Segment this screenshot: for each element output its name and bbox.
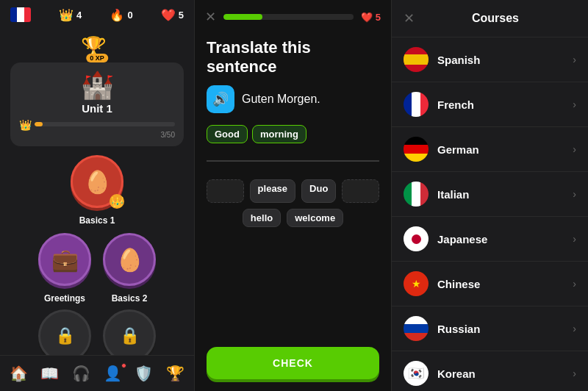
selected-words-area: Good morning bbox=[207, 125, 379, 162]
heart-icon: ❤️ bbox=[161, 8, 176, 22]
language-flag-icon[interactable] bbox=[10, 7, 31, 22]
courses-list: Spanish › French › German › Italian › bbox=[392, 37, 588, 391]
nav-headphones[interactable]: 🎧 bbox=[66, 362, 96, 385]
flag-spanish bbox=[404, 47, 429, 72]
chevron-italian-icon: › bbox=[573, 188, 576, 200]
basics1-circle[interactable]: 🥚 👑 bbox=[71, 155, 123, 208]
flag-french bbox=[404, 92, 429, 117]
course-item-korean[interactable]: 🇰🇷 Korean › bbox=[392, 351, 588, 391]
translate-close-button[interactable]: ✕ bbox=[205, 9, 216, 25]
courses-header: ✕ Courses bbox=[392, 0, 588, 37]
unit-progress-bar bbox=[35, 122, 175, 126]
unit-progress-row: 👑 bbox=[19, 119, 175, 131]
home-scroll-area: 🏆 0 XP 🏰 Unit 1 👑 3/50 🥚 👑 Basics 1 bbox=[0, 29, 194, 355]
unit-castle-icon: 🏰 bbox=[81, 70, 114, 101]
chevron-japanese-icon: › bbox=[573, 233, 576, 245]
translate-panel: ✕ ❤️ 5 Translate this sentence 🔊 Guten M… bbox=[195, 0, 392, 391]
course-name-german: German bbox=[437, 143, 573, 156]
locked-row: 🔒 🔒 bbox=[38, 309, 156, 355]
greetings-label: Greetings bbox=[44, 293, 85, 304]
course-item-german[interactable]: German › bbox=[392, 127, 588, 172]
flag-russian bbox=[404, 316, 429, 341]
hearts-stat: ❤️ 5 bbox=[161, 8, 184, 22]
course-item-italian[interactable]: Italian › bbox=[392, 172, 588, 217]
unit-progress-text: 3/50 bbox=[161, 131, 175, 139]
unit-progress-fill bbox=[35, 122, 43, 126]
answer-row-2: hello welcome bbox=[207, 209, 379, 227]
xp-badge: 0 XP bbox=[86, 54, 108, 62]
lesson-item-locked2: 🔒 bbox=[103, 309, 156, 355]
flag-korean: 🇰🇷 bbox=[404, 361, 429, 386]
basics1-icon: 🥚 bbox=[84, 169, 111, 195]
basics2-label: Basics 2 bbox=[112, 293, 148, 304]
chevron-korean-icon: › bbox=[573, 367, 576, 379]
audio-play-button[interactable]: 🔊 bbox=[207, 85, 234, 113]
fire-stat: 🔥 0 bbox=[110, 8, 132, 22]
locked2-icon: 🔒 bbox=[120, 326, 140, 345]
locked1-circle: 🔒 bbox=[38, 309, 91, 355]
basics2-circle[interactable]: 🥚 bbox=[103, 233, 156, 286]
word-chip-welcome[interactable]: welcome bbox=[287, 209, 343, 227]
greetings-icon: 💼 bbox=[51, 247, 79, 273]
top-bar: 👑 4 🔥 0 ❤️ 5 bbox=[0, 0, 194, 29]
course-name-french: French bbox=[437, 98, 573, 111]
check-button[interactable]: CHECK bbox=[207, 347, 379, 379]
nav-shield[interactable]: 🛡️ bbox=[129, 362, 159, 385]
flag-chinese: ★ bbox=[404, 271, 429, 296]
lesson-item-basics1[interactable]: 🥚 👑 Basics 1 bbox=[71, 155, 123, 226]
nav-profile[interactable]: 👤 bbox=[98, 362, 128, 385]
greetings-circle[interactable]: 💼 bbox=[38, 233, 91, 286]
translate-progress-bar bbox=[223, 14, 354, 20]
course-item-japanese[interactable]: Japanese › bbox=[392, 217, 588, 262]
answer-row-1: please Duo bbox=[207, 179, 379, 203]
available-words-area: please Duo hello welcome bbox=[195, 173, 391, 341]
translate-title: Translate this sentence bbox=[195, 31, 391, 85]
bottom-nav: 🏠 📖 🎧 👤 🛡️ 🏆 bbox=[0, 355, 194, 391]
course-item-spanish[interactable]: Spanish › bbox=[392, 37, 588, 82]
basics1-crown: 👑 bbox=[110, 194, 124, 209]
chevron-spanish-icon: › bbox=[573, 54, 576, 65]
xp-trophy: 🏆 0 XP bbox=[81, 35, 113, 60]
course-name-spanish: Spanish bbox=[437, 54, 573, 66]
chevron-german-icon: › bbox=[573, 143, 576, 155]
home-panel: 👑 4 🔥 0 ❤️ 5 🏆 0 XP 🏰 Unit 1 👑 bbox=[0, 0, 195, 391]
courses-close-button[interactable]: ✕ bbox=[404, 10, 415, 26]
translate-heart-icon: ❤️ bbox=[361, 12, 373, 23]
audio-phrase-row: 🔊 Guten Morgen. bbox=[195, 85, 391, 125]
course-item-russian[interactable]: Russian › bbox=[392, 306, 588, 351]
flag-german bbox=[404, 137, 429, 162]
translate-progress-fill bbox=[223, 14, 262, 20]
word-chip-hello[interactable]: hello bbox=[243, 209, 281, 227]
course-name-chinese: Chinese bbox=[437, 278, 573, 290]
word-chip-please[interactable]: please bbox=[250, 179, 295, 203]
word-chip-duo[interactable]: Duo bbox=[301, 179, 336, 203]
nav-notification-dot bbox=[121, 363, 126, 368]
flag-japanese bbox=[404, 226, 429, 251]
flag-italian bbox=[404, 182, 429, 207]
word-chip-empty-1[interactable] bbox=[207, 179, 244, 203]
nav-home[interactable]: 🏠 bbox=[4, 362, 34, 385]
unit-crown-icon: 👑 bbox=[19, 119, 32, 131]
word-chip-empty-2[interactable] bbox=[342, 179, 379, 203]
course-name-korean: Korean bbox=[437, 367, 573, 380]
selected-word-good[interactable]: Good bbox=[207, 125, 248, 143]
lesson-item-basics2[interactable]: 🥚 Basics 2 bbox=[103, 233, 156, 304]
lesson-item-greetings[interactable]: 💼 Greetings bbox=[38, 233, 91, 304]
selected-word-morning[interactable]: morning bbox=[252, 125, 306, 143]
nav-trophy[interactable]: 🏆 bbox=[160, 362, 190, 385]
locked2-circle: 🔒 bbox=[103, 309, 156, 355]
crown-icon: 👑 bbox=[59, 8, 74, 22]
translate-hearts: ❤️ 5 bbox=[361, 12, 381, 23]
fire-icon: 🔥 bbox=[110, 8, 124, 22]
chevron-russian-icon: › bbox=[573, 323, 576, 334]
chevron-french-icon: › bbox=[573, 98, 576, 110]
course-name-russian: Russian bbox=[437, 323, 573, 335]
nav-book[interactable]: 📖 bbox=[35, 362, 65, 385]
course-name-japanese: Japanese bbox=[437, 233, 573, 245]
phrase-text: Guten Morgen. bbox=[242, 93, 320, 106]
lessons-row: 💼 Greetings 🥚 Basics 2 bbox=[38, 233, 156, 304]
locked1-icon: 🔒 bbox=[55, 326, 75, 345]
basics2-icon: 🥚 bbox=[116, 247, 143, 273]
course-item-french[interactable]: French › bbox=[392, 82, 588, 127]
course-item-chinese[interactable]: ★ Chinese › bbox=[392, 262, 588, 306]
